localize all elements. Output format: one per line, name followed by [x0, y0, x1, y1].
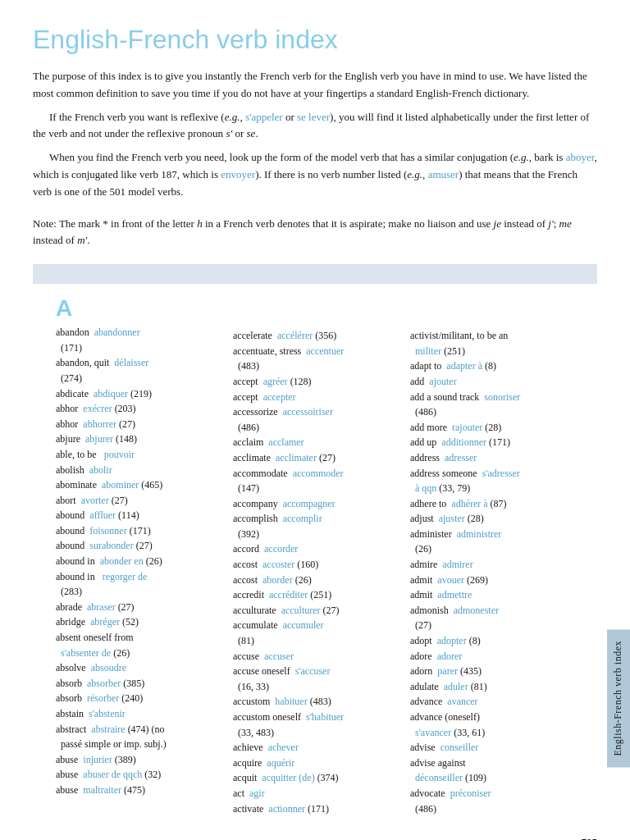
entry-accelerate: accelerate accélérer (356): [233, 328, 397, 344]
entry-abominate: abominate abominer (465): [56, 477, 220, 493]
entry-able: able, to be pouvoir: [56, 447, 220, 463]
entry-accentuate: accentuate, stress accentuer (483): [233, 344, 397, 374]
entry-abhor2: abhor abhorrer (27): [56, 417, 220, 432]
entry-absorb2: absorb résorber (240): [56, 691, 220, 706]
entry-abandon-quit: abandon, quit délaisser (274): [56, 355, 220, 386]
entry-accessorize: accessorize accessoiriser (486): [233, 404, 397, 435]
page-number: 705: [582, 836, 598, 840]
entry-absorb1: absorb absorber (385): [56, 676, 220, 692]
entry-adhere: adhere to adhérer à (87): [410, 496, 574, 512]
entry-acquit: acquit acquitter (de) (374): [233, 770, 397, 786]
entry-abound-in1: abound in abonder en (26): [56, 554, 220, 569]
entry-acclimate: acclimate acclimater (27): [233, 450, 397, 466]
entry-abandon: abandon abandonner (171): [56, 325, 220, 355]
entry-acclaim: acclaim acclamer: [233, 435, 397, 450]
entry-advocate: advocate préconiser (486): [410, 786, 574, 816]
col1: A abandon abandonner (171) abandon, quit…: [49, 297, 226, 816]
entry-accuse: accuse accuser: [233, 649, 397, 664]
col2: accelerate accélérer (356) accentuate, s…: [226, 297, 404, 816]
intro-section: The purpose of this index is to give you…: [33, 68, 597, 201]
entry-admire: admire admirer: [410, 557, 574, 573]
note-text: Note: The mark * in front of the letter …: [33, 216, 597, 250]
page: English-French verb index The purpose of…: [0, 0, 630, 840]
aboyer-link[interactable]: aboyer: [566, 151, 595, 163]
intro-para3: When you find the French verb you need, …: [33, 149, 597, 200]
entry-abrade: abrade abraser (27): [56, 600, 220, 615]
entry-adopt: adopt adopter (8): [410, 633, 574, 649]
entry-add: add ajouter: [410, 374, 574, 390]
entry-activist: activist/militant, to be an militer (251…: [410, 328, 574, 358]
selever-link[interactable]: se lever: [297, 111, 330, 123]
entry-adorn: adorn parer (435): [410, 664, 574, 679]
entry-activate: activate actionner (171): [233, 801, 397, 817]
entry-advise-against: advise against déconseiller (109): [410, 756, 574, 786]
index-section-header: [33, 264, 597, 284]
entry-absolve: absolve absoudre: [56, 660, 220, 676]
entry-abuse1: abuse injurier (389): [56, 752, 220, 768]
entry-abjure: abjure abjurer (148): [56, 431, 220, 447]
eg-label2: e.g.,: [514, 151, 532, 163]
entry-abuse2: abuse abuser de qqch (32): [56, 767, 220, 783]
entry-add-up: add up additionner (171): [410, 435, 574, 450]
entry-absent-oneself: absent oneself from s'absenter de (26): [56, 630, 220, 660]
note-section: Note: The mark * in front of the letter …: [33, 216, 597, 250]
entry-accommodate: accommodate accommoder (147): [233, 466, 397, 496]
entry-address: address adresser: [410, 450, 574, 466]
col3: activist/militant, to be an militer (251…: [404, 297, 581, 816]
entry-accept1: accept agréer (128): [233, 374, 397, 390]
index-body: A abandon abandonner (171) abandon, quit…: [33, 284, 597, 824]
entry-abstract: abstract abstraire (474) (no passé simpl…: [56, 722, 220, 752]
entry-accord: accord accorder: [233, 541, 397, 557]
entry-abridge: abridge abréger (52): [56, 614, 220, 630]
side-tab: English-French verb index: [607, 629, 630, 767]
entry-add-soundtrack: add a sound track sonoriser (486): [410, 390, 574, 420]
entry-add-more: add more rajouter (28): [410, 420, 574, 436]
entry-abuse3: abuse maltraiter (475): [56, 783, 220, 798]
entry-achieve: achieve achever: [233, 740, 397, 756]
page-title: English-French verb index: [33, 25, 597, 55]
entry-accost2: accost aborder (26): [233, 573, 397, 588]
entry-abdicate: abdicate abdiquer (219): [56, 386, 220, 402]
entry-accomplish: accomplish accomplir (392): [233, 511, 397, 541]
entry-abound1: abound affluer (114): [56, 508, 220, 523]
entry-address-someone: address someone s'adresser à qqn (33, 79…: [410, 466, 574, 496]
entry-abhor1: abhor exécrer (203): [56, 401, 220, 417]
entry-abound2: abound foisonner (171): [56, 523, 220, 539]
letter-a: A: [56, 297, 220, 320]
entry-abound-in2: abound in regorger de (283): [56, 569, 220, 600]
intro-para1: The purpose of this index is to give you…: [33, 68, 597, 103]
entry-adore: adore adorer: [410, 649, 574, 664]
entry-abort: abort avorter (27): [56, 493, 220, 509]
entry-admit1: admit avouer (269): [410, 573, 574, 588]
entry-admit2: admit admettre: [410, 587, 574, 603]
entry-abolish: abolish abolir: [56, 463, 220, 478]
entry-act: act agir: [233, 786, 397, 801]
entry-admonish: admonish admonester (27): [410, 603, 574, 633]
entry-advance-oneself: advance (oneself) s'avancer (33, 61): [410, 710, 574, 740]
entry-adjust: adjust ajuster (28): [410, 511, 574, 527]
entry-accost1: accost accoster (160): [233, 557, 397, 573]
entry-acculturate: acculturate acculturer (27): [233, 603, 397, 619]
amuser-link[interactable]: amuser: [428, 168, 459, 180]
entry-accuse-oneself: accuse oneself s'accuser (16, 33): [233, 664, 397, 694]
entry-adapt: adapt to adapter à (8): [410, 358, 574, 374]
entry-adulate: adulate aduler (81): [410, 679, 574, 695]
entry-accompany: accompany accompagner: [233, 496, 397, 512]
entry-abstain: abstain s'abstenir: [56, 706, 220, 722]
intro-para2: If the French verb you want is reflexive…: [33, 109, 597, 144]
envoyer-link[interactable]: envoyer: [221, 168, 255, 180]
eg-label3: e.g.,: [407, 168, 425, 180]
entry-administer: administer administrer (26): [410, 527, 574, 557]
s-pronoun: s': [226, 127, 232, 139]
index-grid: A abandon abandonner (171) abandon, quit…: [41, 297, 589, 816]
fr-abandonner: abandonner: [94, 326, 140, 338]
entry-accustom: accustom habituer (483): [233, 694, 397, 710]
entry-accept2: accept accepter: [233, 390, 397, 405]
entry-accustom-oneself: accustom oneself s'habituer (33, 483): [233, 710, 397, 740]
entry-advise: advise conseiller: [410, 740, 574, 756]
eg-label: e.g.,: [225, 111, 243, 123]
sappler-link[interactable]: s'appeler: [245, 111, 283, 123]
entry-advance: advance avancer: [410, 694, 574, 710]
entry-accredit: accredit accréditer (251): [233, 587, 397, 603]
se-pronoun: se: [247, 127, 256, 139]
